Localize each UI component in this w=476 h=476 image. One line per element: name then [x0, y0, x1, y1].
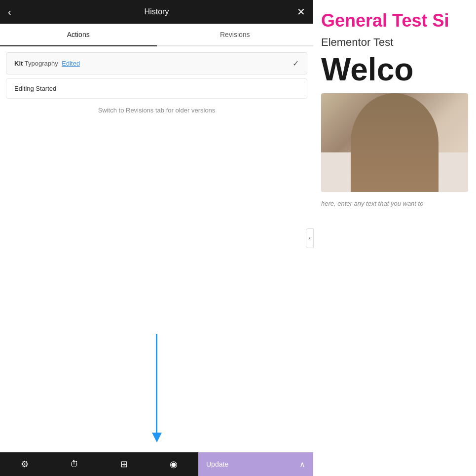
tab-actions[interactable]: Actions: [0, 24, 157, 46]
preview-site-title: General Test Si: [321, 10, 468, 31]
preview-welcome-text: Welco: [321, 54, 468, 85]
panel-footer: ⚙ ⏱ ⊞ ◉ Update ∧: [0, 452, 313, 476]
history-item-text: Kit Typography Edited: [14, 60, 80, 67]
templates-icon: ⊞: [120, 459, 128, 470]
update-button[interactable]: Update ∧: [198, 452, 313, 476]
history-item-kit-typography[interactable]: Kit Typography Edited ✓: [6, 52, 307, 74]
check-icon: ✓: [293, 59, 299, 68]
update-label: Update: [206, 460, 228, 468]
panel-header: ‹ History ✕: [0, 0, 313, 24]
preview-icon: ◉: [170, 459, 178, 470]
preview-image: [321, 93, 468, 192]
history-icon: ⏱: [70, 459, 79, 470]
arrow-line: [156, 334, 157, 433]
left-panel: ‹ History ✕ Actions Revisions Kit Typogr…: [0, 0, 313, 476]
history-item-editing-started[interactable]: Editing Started: [6, 78, 307, 99]
preview-body-text: here, enter any text that you want to: [321, 200, 468, 207]
right-panel: General Test Si Elementor Test Welco her…: [313, 0, 476, 476]
back-button[interactable]: ‹: [8, 7, 11, 17]
preview-person: [351, 93, 439, 192]
switch-message: Switch to Revisions tab for older versio…: [6, 107, 307, 114]
chevron-up-icon: ∧: [299, 460, 305, 469]
panel-content: Kit Typography Edited ✓ Editing Started …: [0, 46, 313, 452]
history-button[interactable]: ⏱: [50, 452, 100, 476]
preview-content: General Test Si Elementor Test Welco her…: [313, 0, 476, 476]
arrow-head: [152, 433, 162, 442]
item-label: Kit: [14, 60, 23, 67]
tabs-container: Actions Revisions: [0, 24, 313, 46]
arrow-indicator: [152, 334, 162, 442]
editing-started-label: Editing Started: [14, 85, 56, 92]
tab-revisions[interactable]: Revisions: [157, 24, 314, 46]
collapse-button[interactable]: ‹: [306, 228, 314, 248]
close-button[interactable]: ✕: [297, 7, 305, 17]
panel-title: History: [145, 7, 169, 16]
item-typography-label: Typography: [25, 60, 58, 67]
preview-subtitle: Elementor Test: [321, 36, 468, 49]
templates-button[interactable]: ⊞: [99, 452, 149, 476]
preview-button[interactable]: ◉: [149, 452, 199, 476]
settings-icon: ⚙: [21, 459, 29, 470]
item-edited-link[interactable]: Edited: [62, 60, 80, 67]
settings-button[interactable]: ⚙: [0, 452, 50, 476]
